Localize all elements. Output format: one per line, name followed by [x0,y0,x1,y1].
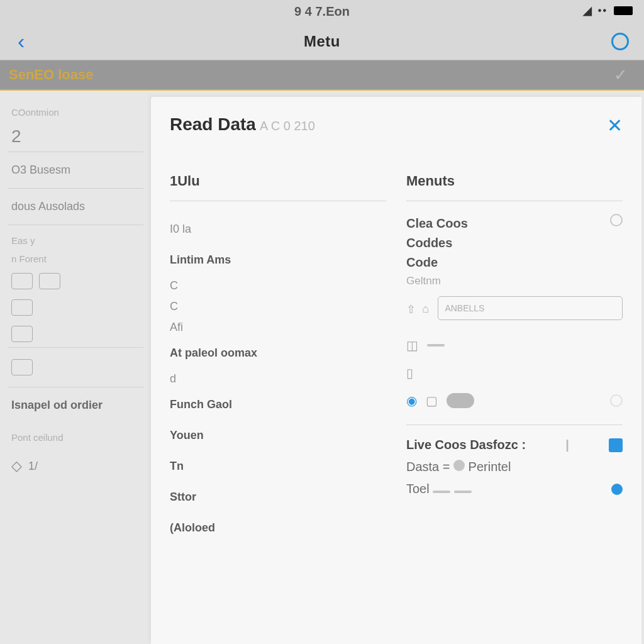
icon-row: ◫ [406,331,623,359]
input-row: ⇧ ⌂ ANBELLS [406,296,623,320]
sidebar-item[interactable]: Pont ceilund [8,423,143,447]
back-button[interactable]: ‹ [18,29,25,53]
device-icon[interactable]: ◫ [406,338,418,353]
sidebar-item[interactable]: O3 Busesm [8,152,143,189]
sidebar: COontmion 2 O3 Busesm dous Ausolads Eas … [0,91,151,644]
menu-item[interactable]: Coddes [406,233,610,253]
lock-icon[interactable]: ⌂ [422,303,431,314]
toggle-chip[interactable] [447,393,474,408]
dash-icon [454,491,472,493]
check-icon[interactable]: ✓ [614,65,628,85]
globe-icon[interactable]: ◉ [406,393,417,408]
menu-item[interactable]: Clea Coos [406,214,610,233]
sub-header: SenEO loase ✓ [0,60,644,91]
sidebar-item[interactable]: dous Ausolads [8,189,143,225]
panel-subtitle: A C 0 210 [260,119,315,133]
battery-icon [614,6,633,15]
sidebar-item[interactable]: ◇ 1/ [8,447,143,486]
live-badge-icon[interactable] [609,438,623,452]
sidebar-subitem[interactable]: n Forent [8,250,143,268]
folder-icon [11,359,33,375]
live-title: Live Coos Dasfozc : [406,438,526,452]
status-bar: 9 4 7.Eon ◢ •• [0,0,644,23]
panel-title: Read Data [170,114,256,134]
sub-header-title: SenEO loase [9,67,94,83]
menu-item[interactable]: Code [406,253,610,272]
status-right: ◢ •• [583,4,633,18]
thumb-icon [11,273,33,289]
menu-subitem[interactable]: Geltnm [406,272,610,290]
shield-icon[interactable]: ▢ [426,393,438,408]
icon-row: ▯ [406,359,623,387]
dot-icon[interactable] [611,484,623,495]
input-placeholder: ANBELLS [445,303,484,313]
right-column: Menuts Clea Coos Coddes Code Geltnm ⇧ ⌂ … [406,173,623,543]
nav-bar: ‹ Metu [0,23,644,60]
arrow-up-icon[interactable]: ⇧ [406,303,416,314]
list-item[interactable]: At paleol oomax [170,338,386,369]
sidebar-subitem[interactable]: Eas y [8,231,143,250]
list-item[interactable]: Afi [170,317,386,338]
list-item[interactable]: Youen [170,420,386,451]
icon-row: ◉ ▢ [406,387,623,414]
status-time: 9 4 7.Eon [294,4,350,19]
list-item[interactable]: Tn [170,451,386,482]
dash-icon [433,491,450,493]
left-col-head: 1Ulu [170,173,386,201]
radio-icon[interactable] [610,214,623,226]
panel-title-wrap: Read DataA C 0 210 [170,114,315,135]
list-item[interactable]: C [170,275,386,296]
nav-title: Metu [304,33,340,50]
list-item[interactable]: Sttor [170,482,386,513]
thumb-icon [11,326,33,342]
code-input[interactable]: ANBELLS [438,296,623,320]
live-row: Toel [406,478,623,500]
read-data-panel: Read DataA C 0 210 ✕ 1Ulu I0 la Lintim A… [151,97,641,644]
nav-circle-button[interactable] [611,33,629,50]
divider [406,425,623,425]
sidebar-item[interactable]: Isnapel od ordier [8,387,143,423]
list-item[interactable]: (Aloloed [170,513,386,543]
list-item[interactable]: d [170,369,386,389]
diamond-icon: ◇ [11,458,22,474]
list-item[interactable]: I0 la [170,214,386,245]
sidebar-item[interactable] [8,347,143,387]
live-value: Perintel [469,460,511,474]
dash-icon [427,344,445,347]
list-item[interactable]: Lintim Ams [170,245,386,275]
live-label: Toel [406,482,430,496]
list-item[interactable]: Funch Gaol [170,389,386,420]
sidebar-item[interactable]: COontmion [8,103,143,121]
thumb-icon [11,299,33,316]
thumb-icon [39,273,60,289]
live-row: Live Coos Dasfozc : | [406,434,623,456]
sidebar-group: Eas y n Forent [8,225,143,347]
sidebar-item[interactable]: 2 [8,121,143,152]
live-row: Dasta = Perintel [406,456,623,478]
right-col-head: Menuts [406,173,623,201]
status-dots: •• [598,5,608,16]
list-item[interactable]: C [170,296,386,317]
radio-icon[interactable] [610,394,623,407]
live-label: Dasta [406,460,439,474]
tag-icon[interactable]: ▯ [406,365,413,380]
dot-icon [453,460,465,471]
left-column: 1Ulu I0 la Lintim Ams C C Afi At paleol … [170,173,386,543]
close-icon[interactable]: ✕ [607,114,623,136]
signal-icon: ◢ [583,4,592,18]
main-area: COontmion 2 O3 Busesm dous Ausolads Eas … [0,91,644,644]
